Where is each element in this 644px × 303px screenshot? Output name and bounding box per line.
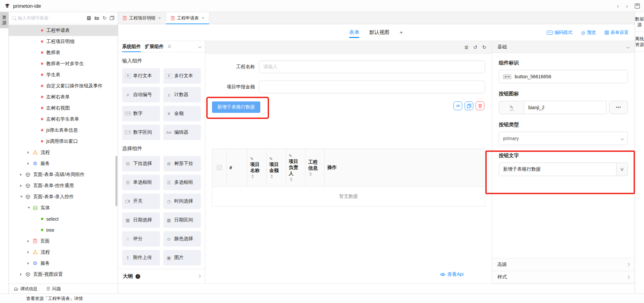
chevron-down-icon[interactable] (28, 207, 33, 209)
palette-item-number[interactable]: 123数字 (122, 106, 160, 121)
tree-item-tree[interactable]: tree (9, 224, 118, 235)
palette-item-checkbox-group[interactable]: ☲多选框组 (163, 175, 201, 190)
delete-button[interactable] (476, 101, 484, 110)
tree-item-module[interactable]: 页面-表单-高级/布局组件 (9, 169, 118, 180)
chevron-right-icon[interactable] (20, 273, 25, 276)
tab-default-view[interactable]: 默认视图 (369, 24, 389, 41)
sort-icons[interactable] (309, 172, 312, 176)
chevron-right-icon[interactable] (28, 162, 33, 165)
refresh-icon[interactable]: ↻ (102, 15, 107, 20)
new-folder-icon[interactable] (94, 16, 99, 20)
section-basic[interactable]: 基础 (492, 41, 635, 53)
sort-icons[interactable] (290, 177, 292, 181)
palette-item-tree-select[interactable]: ⊞树形下拉 (163, 156, 201, 171)
palette-item-number-range[interactable]: 1~3数字区间 (122, 125, 160, 140)
close-icon[interactable]: × (158, 15, 161, 20)
column-project-amount[interactable]: ✎项目金额 (267, 149, 286, 186)
tree-item[interactable]: 教师表一对多学生 (9, 58, 118, 69)
icon-preview-box[interactable]: ✎ (499, 101, 524, 114)
palette-item-time-picker[interactable]: ◷时间选择 (163, 193, 201, 209)
column-project-manager[interactable]: ✎项目负责人 (286, 149, 306, 186)
palette-item-date-picker[interactable]: ▦日期选择 (122, 212, 160, 228)
palette-item-radio-group[interactable]: ☰单选框组 (122, 175, 160, 190)
tree-item[interactable]: 左树右视图 (9, 102, 118, 114)
sort-icons[interactable] (251, 174, 254, 178)
rail-tab-offline-resources[interactable]: 离线资源 (635, 32, 644, 52)
tree-item-process[interactable]: 流程 (9, 247, 118, 258)
locate-file-icon[interactable] (87, 16, 91, 20)
sort-icons[interactable] (270, 174, 273, 178)
tree-item[interactable]: 自定义窗口操作按钮及事件 (9, 80, 118, 91)
view-api-link[interactable]: 查看Api (212, 269, 485, 279)
chevron-down-icon[interactable] (20, 196, 25, 198)
palette-tab-extension[interactable]: 扩展组件 (145, 41, 164, 52)
tree-item-module[interactable]: 页面-表单-控件通用 (9, 180, 118, 191)
tree-item[interactable]: js调用弹出窗口 (9, 136, 118, 147)
save-icon[interactable] (635, 3, 640, 9)
tree-item-entity[interactable]: 实体 (9, 202, 118, 213)
js-event-button[interactable]: JS (453, 101, 462, 110)
rail-tab-resources[interactable]: 资源 (0, 12, 8, 28)
collapse-panel-icon[interactable] (110, 16, 114, 20)
palette-item-single-line-text[interactable]: A单行文本 (122, 68, 160, 84)
form-settings-button[interactable]: 表单设置 (605, 30, 629, 36)
code-mode-button[interactable]: </>编码模式 (547, 30, 573, 36)
close-icon[interactable]: × (202, 15, 205, 20)
palette-item-upload[interactable]: ↥附件上传 (122, 250, 160, 265)
tree-item[interactable]: 左树右表单 (9, 91, 118, 102)
component-id-input[interactable]: BTN button_56616856 (499, 70, 628, 83)
palette-item-counter[interactable]: ±计数器 (163, 87, 201, 102)
tree-item-service[interactable]: ⚙服务 (9, 158, 118, 169)
tree-item[interactable]: 左树右学生表单 (9, 114, 118, 125)
button-text-input[interactable]: 新增子表格行数据 (499, 163, 616, 176)
checkbox[interactable] (217, 165, 222, 170)
palette-tab-system[interactable]: 系统组件 (122, 41, 141, 52)
button-icon-input[interactable]: bianji_2 (524, 101, 606, 114)
palette-item-currency[interactable]: ¥金额 (163, 106, 201, 121)
column-project-name[interactable]: ✎项目名称 (248, 149, 267, 186)
section-style[interactable]: 样式 (492, 271, 635, 284)
palette-item-switch[interactable]: 开关 (122, 193, 160, 209)
tree-item-service[interactable]: ⚙服务 (9, 258, 118, 269)
add-view-button[interactable]: + (399, 29, 403, 36)
rail-tab-datasource[interactable]: 数据源 (635, 12, 644, 32)
palette-menu-icon[interactable]: ☰ (168, 44, 171, 49)
editor-tab-project-detail[interactable]: 工程项目明细 × (118, 12, 166, 24)
palette-item-rate[interactable]: ☆评分 (122, 231, 160, 247)
palette-item-multi-line-text[interactable]: A多行文本 (163, 68, 201, 84)
button-type-select[interactable]: primary (499, 132, 628, 145)
problems-button[interactable]: ☰ 问题 (46, 286, 61, 292)
outline-section[interactable]: 大纲 i (118, 269, 205, 284)
palette-item-select[interactable]: ⊟下拉选择 (122, 156, 160, 171)
chevron-right-icon[interactable] (28, 251, 33, 254)
palette-item-date-range[interactable]: ▦日期区间 (163, 212, 201, 228)
nav-back-icon[interactable]: ‹ (617, 3, 619, 9)
tree-scrollbar[interactable] (115, 156, 117, 206)
tree-item[interactable]: 工程项目明细 (9, 36, 118, 47)
redo-icon[interactable]: ↻ (482, 45, 486, 50)
chevron-right-icon[interactable] (28, 262, 33, 265)
project-name-input[interactable]: 请输入 (259, 60, 485, 73)
palette-item-editor[interactable]: A≡编辑器 (163, 125, 201, 140)
preview-button[interactable]: ◎预览 (581, 30, 596, 36)
chevron-right-icon[interactable] (28, 151, 33, 154)
palette-item-color-picker[interactable]: ⊙颜色选择 (163, 231, 201, 247)
tree-item-view-settings[interactable]: 页面-视图设置 (9, 269, 118, 280)
tree-item-module-expanded[interactable]: 页面-表单-录入控件 (9, 191, 118, 202)
column-project-info[interactable]: 工程信息 (306, 149, 325, 186)
add-subtable-row-button[interactable]: 新增子表格行数据 (212, 101, 260, 113)
tree-item-process[interactable]: 流程 (9, 147, 118, 158)
variable-bind-button[interactable]: V (616, 163, 628, 176)
editor-tab-project-apply[interactable]: 工程申请表 × (166, 12, 210, 24)
tree-item[interactable]: 教师表 (9, 47, 118, 58)
icon-picker-button[interactable]: ••• (609, 101, 628, 114)
tab-form[interactable]: 表单 (349, 24, 359, 41)
nav-forward-icon[interactable]: › (626, 3, 628, 9)
tree-item[interactable]: js弹出表单信息 (9, 125, 118, 136)
tree-item[interactable]: 学生表 (9, 69, 118, 80)
palette-item-auto-number[interactable]: #自动编号 (122, 87, 160, 102)
chevron-right-icon[interactable] (20, 184, 25, 187)
chevron-right-icon[interactable] (28, 240, 33, 243)
search-input[interactable]: 输入关键字搜索 (18, 15, 85, 21)
tree-item-page[interactable]: 页面 (9, 235, 118, 247)
